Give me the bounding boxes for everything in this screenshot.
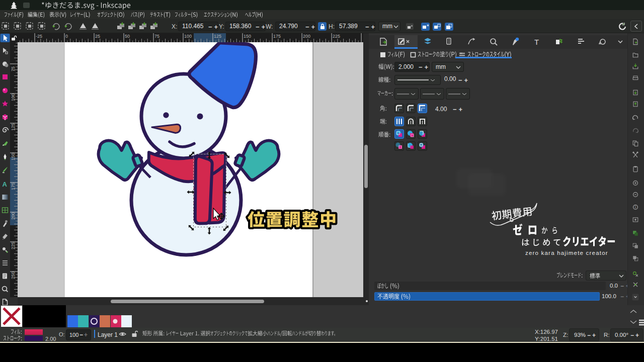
svg-text:zero kara hajimete creator: zero kara hajimete creator xyxy=(525,250,608,256)
svg-text:150: 150 xyxy=(11,153,16,160)
svg-text:A: A xyxy=(3,180,8,188)
svg-text:175: 175 xyxy=(273,34,281,39)
svg-text:75: 75 xyxy=(154,34,159,39)
svg-text:175: 175 xyxy=(11,183,16,190)
svg-text:50: 50 xyxy=(125,34,130,39)
svg-text:225: 225 xyxy=(333,34,340,39)
svg-text:0: 0 xyxy=(65,34,68,39)
svg-text:100: 100 xyxy=(184,34,192,39)
svg-text:T: T xyxy=(534,38,539,46)
svg-text:125: 125 xyxy=(11,123,16,131)
svg-text:225: 225 xyxy=(11,242,16,249)
svg-text:200: 200 xyxy=(303,34,310,39)
svg-text:200: 200 xyxy=(11,212,16,220)
svg-text:100: 100 xyxy=(11,94,16,101)
svg-text:25: 25 xyxy=(95,34,100,39)
svg-text:125: 125 xyxy=(214,34,221,39)
svg-text:1: 1 xyxy=(634,205,636,209)
svg-text:-25: -25 xyxy=(36,34,42,39)
svg-text:250: 250 xyxy=(11,272,16,279)
svg-text:150: 150 xyxy=(244,34,251,39)
svg-text:75: 75 xyxy=(11,66,16,71)
